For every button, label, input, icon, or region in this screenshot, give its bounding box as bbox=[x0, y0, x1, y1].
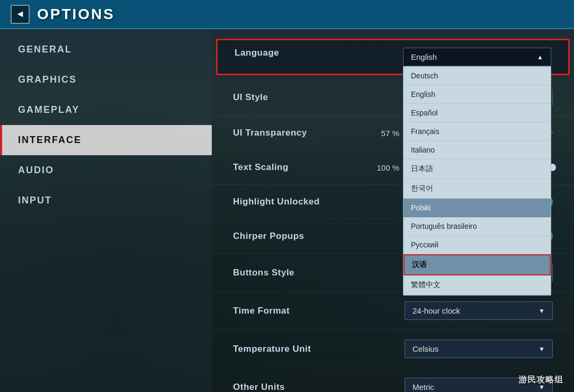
language-option-chinese-simplified[interactable]: 汉语 bbox=[403, 254, 551, 275]
text-scaling-value: 100 % bbox=[376, 163, 399, 172]
sidebar: GENERAL GRAPHICS GAMEPLAY INTERFACE AUDI… bbox=[0, 29, 212, 392]
language-label: Language bbox=[235, 48, 403, 58]
language-dropdown-arrow: ▲ bbox=[537, 54, 543, 61]
buttons-style-label: Buttons Style bbox=[233, 268, 405, 278]
language-option-polski[interactable]: Polski bbox=[403, 199, 551, 217]
ui-transparency-label: UI Transparency bbox=[233, 128, 381, 138]
language-option-italiano[interactable]: Italiano bbox=[403, 141, 551, 159]
sidebar-item-input[interactable]: INPUT bbox=[0, 185, 212, 216]
language-dropdown[interactable]: English ▲ bbox=[403, 48, 551, 66]
ui-style-label: UI Style bbox=[233, 92, 405, 103]
temperature-unit-value: Celsius bbox=[412, 344, 438, 353]
language-option-russian[interactable]: Русский bbox=[403, 236, 551, 254]
time-format-row: Time Format 24-hour clock ▼ bbox=[212, 292, 574, 330]
sidebar-item-interface[interactable]: INTERFACE bbox=[0, 125, 212, 155]
header: ◄ OPTIONS bbox=[0, 0, 574, 29]
language-option-korean[interactable]: 한국어 bbox=[403, 179, 551, 199]
text-scaling-label: Text Scaling bbox=[233, 162, 376, 173]
temperature-unit-label: Temperature Unit bbox=[233, 344, 405, 354]
other-units-label: Other Units bbox=[233, 382, 405, 393]
time-format-label: Time Format bbox=[233, 306, 405, 316]
language-dropdown-value: English bbox=[411, 52, 437, 61]
temperature-unit-row: Temperature Unit Celsius ▼ bbox=[212, 330, 574, 368]
temperature-unit-arrow: ▼ bbox=[539, 345, 545, 353]
settings-list: Language English ▲ Deutsch English Españ… bbox=[212, 29, 574, 392]
language-option-francais[interactable]: Français bbox=[403, 122, 551, 141]
page-title: OPTIONS bbox=[37, 6, 115, 23]
back-button[interactable]: ◄ bbox=[11, 5, 30, 24]
language-option-english[interactable]: English bbox=[403, 85, 551, 104]
language-option-japanese[interactable]: 日本語 bbox=[403, 159, 551, 179]
language-dropdown-list: Deutsch English Español Français Italian… bbox=[403, 66, 551, 296]
language-option-chinese-traditional[interactable]: 繁體中文 bbox=[403, 275, 551, 295]
language-option-deutsch[interactable]: Deutsch bbox=[403, 67, 551, 85]
sidebar-item-graphics[interactable]: GRAPHICS bbox=[0, 65, 212, 95]
time-format-value: 24-hour clock bbox=[412, 306, 460, 315]
time-format-dropdown[interactable]: 24-hour clock ▼ bbox=[405, 301, 553, 320]
language-dropdown-container: English ▲ Deutsch English Español França… bbox=[403, 48, 551, 66]
language-option-portuguese-br[interactable]: Português brasileiro bbox=[403, 217, 551, 236]
sidebar-item-general[interactable]: GENERAL bbox=[0, 34, 212, 65]
watermark: 游民攻略组 bbox=[518, 375, 563, 386]
other-units-value: Metric bbox=[412, 382, 434, 391]
sidebar-item-gameplay[interactable]: GAMEPLAY bbox=[0, 95, 212, 125]
sidebar-item-audio[interactable]: AUDIO bbox=[0, 155, 212, 185]
temperature-unit-dropdown[interactable]: Celsius ▼ bbox=[405, 340, 553, 358]
language-setting-row: Language English ▲ Deutsch English Españ… bbox=[216, 39, 570, 75]
ui-transparency-value: 57 % bbox=[381, 129, 399, 138]
settings-content: Language English ▲ Deutsch English Españ… bbox=[212, 29, 574, 392]
language-option-espanol[interactable]: Español bbox=[403, 104, 551, 122]
main-layout: GENERAL GRAPHICS GAMEPLAY INTERFACE AUDI… bbox=[0, 29, 574, 392]
time-format-arrow: ▼ bbox=[539, 307, 545, 315]
